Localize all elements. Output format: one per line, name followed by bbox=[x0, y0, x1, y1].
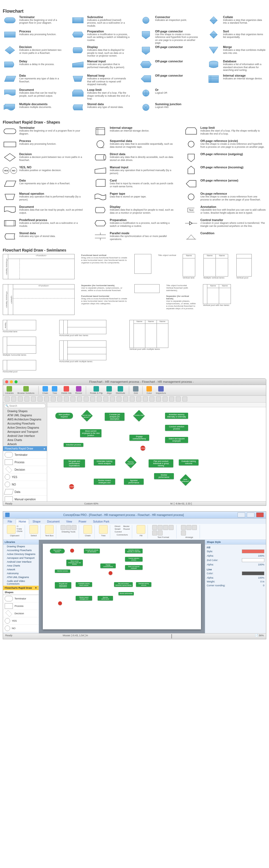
tool-icon[interactable] bbox=[31, 397, 36, 401]
corner-value[interactable]: 0 bbox=[263, 584, 264, 587]
shape-list-item[interactable]: NO bbox=[3, 481, 47, 488]
tool-icon[interactable] bbox=[136, 397, 141, 401]
library-item[interactable]: Astronomy bbox=[3, 571, 39, 575]
fill-style-swatch[interactable] bbox=[242, 550, 264, 553]
library-item[interactable]: Accounting Flowcharts bbox=[3, 548, 39, 552]
shape-list-item[interactable]: Data bbox=[3, 488, 47, 496]
library-item[interactable]: Android User Interface bbox=[3, 560, 39, 564]
shape-list-item[interactable]: Decision bbox=[3, 610, 39, 617]
library-item[interactable]: Active Directory Diagrams bbox=[3, 552, 39, 556]
node-process[interactable]: Appraise performance bbox=[124, 478, 144, 485]
library-item[interactable]: Artwork bbox=[3, 442, 47, 446]
node-decision[interactable]: Recruit new person? bbox=[81, 410, 93, 422]
toolbar-rotate-&-flip[interactable]: Rotate & Flip bbox=[90, 386, 103, 394]
library-item[interactable]: ATM UML Diagrams bbox=[3, 413, 47, 417]
library-item[interactable]: Area Charts bbox=[3, 564, 39, 567]
win-canvas[interactable]: New position required Consider job analy… bbox=[39, 540, 205, 633]
tool-icon[interactable] bbox=[51, 397, 56, 401]
tool-icon[interactable] bbox=[44, 397, 49, 401]
tool-icon[interactable] bbox=[38, 397, 42, 401]
textbox-button[interactable] bbox=[45, 525, 54, 534]
node-process[interactable]: Conduct selection process bbox=[165, 425, 188, 431]
search-input[interactable]: 🔍 Search bbox=[4, 404, 46, 408]
node-process[interactable]: Monitor performance bbox=[154, 473, 174, 479]
close-button[interactable] bbox=[256, 513, 264, 517]
ribbon-tab-file[interactable]: File bbox=[5, 519, 15, 524]
toolbar-browse-solutions[interactable]: Browse Solutions bbox=[18, 386, 35, 394]
cut-button[interactable]: ✂ bbox=[17, 525, 23, 527]
toolbar-chain[interactable]: Chain bbox=[42, 386, 48, 394]
close-icon[interactable]: ✕ bbox=[35, 587, 37, 589]
libraries-header[interactable]: Libraries bbox=[3, 540, 39, 545]
node-process[interactable]: Review reward strategies and bbox=[94, 478, 115, 485]
toolbar-inspectors[interactable]: Inspectors bbox=[156, 386, 166, 394]
tool-icon[interactable] bbox=[11, 397, 16, 401]
library-item[interactable]: Active Directory Diagrams bbox=[3, 426, 47, 430]
node-stop[interactable]: STOP bbox=[140, 446, 145, 451]
library-item[interactable]: Audio and Video Connectors bbox=[3, 579, 39, 586]
tool-icon[interactable] bbox=[5, 397, 10, 401]
mac-titlebar[interactable]: Flowchart - HR management process - Flow… bbox=[3, 379, 266, 385]
tool-icon[interactable] bbox=[149, 397, 155, 401]
shape-list-item[interactable]: Decision bbox=[3, 466, 47, 473]
tool-icon[interactable] bbox=[97, 397, 102, 401]
shape-list-item[interactable]: Terminator bbox=[3, 595, 39, 602]
node-process[interactable]: Set goals and performance expectations bbox=[64, 459, 85, 467]
toolbar-distribute[interactable]: Distribute bbox=[116, 386, 125, 394]
ribbon-tab-solution park[interactable]: Solution Park bbox=[90, 519, 112, 524]
tool-icon[interactable] bbox=[103, 397, 108, 401]
tool-icon[interactable] bbox=[83, 397, 89, 401]
node-decision[interactable]: Skills achieved? bbox=[180, 474, 192, 486]
toolbar-delete-link[interactable]: Delete link bbox=[61, 386, 71, 394]
toolbar-libraries[interactable]: Libraries bbox=[5, 386, 14, 394]
tool-icon[interactable] bbox=[70, 397, 75, 401]
tool-icon[interactable] bbox=[24, 397, 29, 401]
tree-button[interactable] bbox=[99, 525, 108, 534]
shape-list-item[interactable]: Process bbox=[3, 602, 39, 610]
colorbar[interactable] bbox=[171, 634, 172, 639]
library-item[interactable]: Aerospace and Transport bbox=[3, 430, 47, 434]
toolbar-tree[interactable]: Tree bbox=[52, 386, 57, 394]
select-button[interactable] bbox=[29, 525, 38, 534]
library-item[interactable]: Android User Interface bbox=[3, 434, 47, 438]
fill-button[interactable] bbox=[137, 525, 145, 534]
tool-icon[interactable] bbox=[169, 397, 174, 401]
tool-icon[interactable] bbox=[156, 397, 161, 401]
tool-icon[interactable] bbox=[130, 397, 135, 401]
copy-button[interactable]: Copy bbox=[17, 527, 23, 530]
shape-list-item[interactable]: YES bbox=[3, 473, 47, 481]
ribbon-tab-document[interactable]: Document bbox=[44, 519, 63, 524]
node-start[interactable]: New position required bbox=[56, 413, 73, 418]
node-decision[interactable]: Training required? bbox=[125, 457, 137, 468]
mac-canvas[interactable]: New position required Recruit new person… bbox=[47, 403, 266, 501]
toolbar-resize[interactable]: Resize bbox=[75, 386, 82, 394]
maximize-button[interactable] bbox=[247, 513, 255, 517]
library-item[interactable]: AWS Architecture Diagrams bbox=[3, 417, 47, 422]
tool-icon[interactable] bbox=[110, 397, 115, 401]
node-process[interactable]: Evaluate training outcome bbox=[179, 459, 199, 465]
ribbon-tab-view[interactable]: View bbox=[63, 519, 75, 524]
node-decision[interactable]: Employ staff? bbox=[133, 410, 145, 422]
tool-icon[interactable] bbox=[182, 397, 187, 401]
library-item[interactable]: Area Charts bbox=[3, 438, 47, 442]
alpha-value[interactable]: 100% bbox=[258, 554, 264, 557]
ribbon-tab-power[interactable]: Power bbox=[76, 519, 90, 524]
tool-icon[interactable] bbox=[77, 397, 82, 401]
node-stop[interactable]: STOP bbox=[69, 484, 74, 489]
ribbon-tab-shape[interactable]: Shape bbox=[30, 519, 44, 524]
toolbar-color[interactable]: Color bbox=[146, 386, 152, 394]
node-process[interactable]: Plan and conduct individual or group tra… bbox=[148, 459, 173, 467]
status-zoom[interactable]: 56% bbox=[259, 634, 264, 637]
node-process[interactable]: Undertake training needs analysis bbox=[94, 459, 115, 465]
toolbar-grid[interactable]: Grid bbox=[133, 386, 138, 394]
weight-value[interactable]: 0 in bbox=[260, 580, 264, 583]
win-titlebar[interactable]: ConceptDraw PRO - [Flowchart - HR manage… bbox=[3, 512, 266, 519]
library-item[interactable]: ATM UML Diagrams bbox=[3, 575, 39, 579]
chain-button[interactable] bbox=[83, 525, 92, 534]
node-process[interactable]: Consider job analysis job description bbox=[105, 413, 125, 421]
shape-list-item[interactable]: YES bbox=[3, 617, 39, 625]
close-icon[interactable] bbox=[5, 380, 8, 383]
mac-lib-header[interactable]: Flowcharts Rapid Draw▸ bbox=[3, 446, 47, 451]
tool-icon[interactable] bbox=[64, 397, 69, 401]
library-item[interactable]: Aerospace and Transport bbox=[3, 556, 39, 560]
